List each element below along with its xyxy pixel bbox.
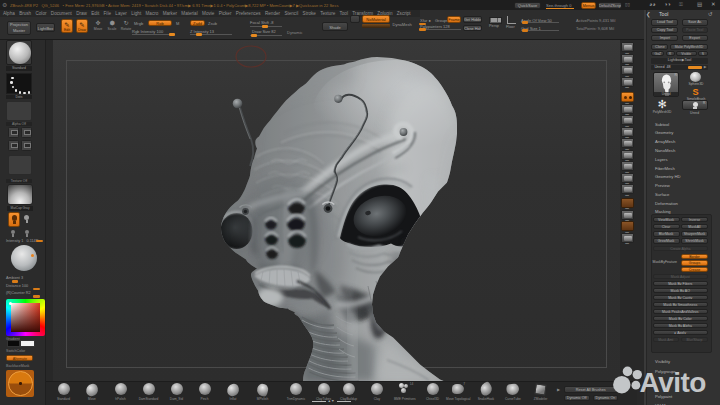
svg-text:Avito: Avito <box>640 367 707 398</box>
